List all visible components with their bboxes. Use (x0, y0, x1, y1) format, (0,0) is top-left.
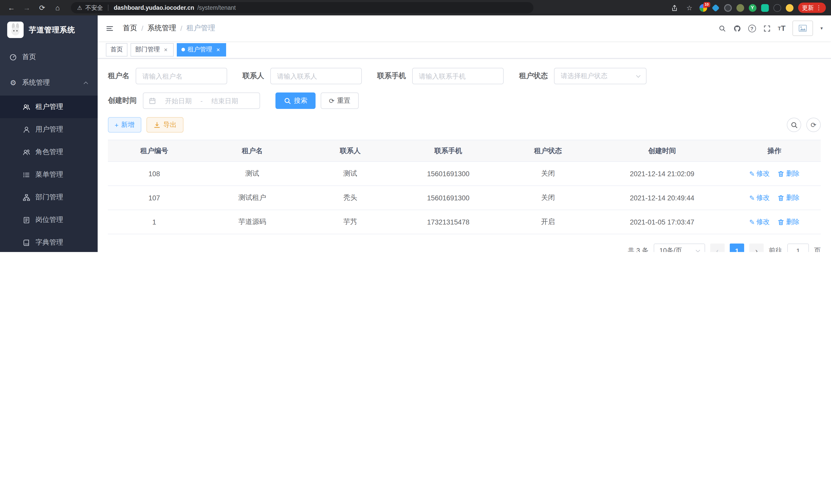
next-page-button[interactable]: › (749, 243, 764, 252)
search-icon[interactable] (718, 24, 726, 32)
dept-tree-icon (23, 194, 30, 201)
sidebar-item-home[interactable]: 首页 (0, 44, 98, 70)
trash-icon (777, 194, 784, 202)
browser-forward-button[interactable]: → (21, 2, 33, 14)
close-icon[interactable]: × (215, 46, 222, 53)
reset-button[interactable]: ⟳ 重置 (321, 92, 359, 109)
current-page[interactable]: 1 (730, 243, 744, 252)
extension-pin-icon[interactable] (773, 4, 781, 11)
sidebar-item-role[interactable]: 角色管理 (0, 141, 98, 164)
date-end-input[interactable] (206, 96, 244, 105)
status-select[interactable]: 请选择租户状态 (554, 68, 647, 84)
sidebar-fold-button[interactable] (106, 24, 118, 32)
tab-dept[interactable]: 部门管理 × (131, 43, 174, 56)
help-icon[interactable]: ? (748, 24, 756, 32)
system-submenu: 租户管理 用户管理 角色管理 菜单管理 (0, 95, 98, 252)
export-button-label: 导出 (163, 120, 176, 129)
table-row: 1 芋道源码 芋艿 17321315478 开启 2021-01-05 17:0… (108, 210, 821, 234)
contact-label: 联系人 (242, 71, 264, 81)
delete-button[interactable]: 删除 (777, 169, 799, 178)
sidebar-item-system[interactable]: ⚙ 系统管理 (0, 70, 98, 95)
date-start-input[interactable] (159, 96, 197, 105)
search-icon (284, 97, 291, 105)
sidebar-item-dept[interactable]: 部门管理 (0, 186, 98, 209)
export-button[interactable]: 导出 (146, 117, 183, 132)
avatar[interactable] (793, 21, 813, 36)
url-path: /system/tenant (197, 5, 236, 11)
sidebar-item-post[interactable]: 岗位管理 (0, 209, 98, 231)
tab-tenant[interactable]: 租户管理 × (177, 43, 226, 56)
edit-button[interactable]: ✎ 修改 (749, 169, 770, 178)
chevron-up-icon (84, 82, 88, 86)
cell-tenant-name: 芋道源码 (201, 217, 304, 227)
extension-diamond-icon[interactable] (711, 4, 719, 11)
edit-pencil-icon: ✎ (749, 194, 755, 202)
avatar-caret-icon[interactable]: ▾ (821, 26, 823, 31)
app-logo[interactable]: 芋道管理系统 (0, 16, 98, 44)
search-button[interactable]: 搜索 (276, 92, 316, 109)
date-range-picker[interactable]: - (143, 92, 260, 109)
pagination-total: 共 3 条 (628, 246, 649, 252)
cell-contact: 芋艿 (304, 217, 397, 227)
add-button-label: 新增 (121, 120, 134, 129)
cell-operations: ✎ 修改 删除 (728, 217, 821, 227)
page-size-select[interactable]: 10条/页 (654, 243, 705, 252)
edit-label: 修改 (756, 169, 770, 178)
prev-page-button[interactable]: ‹ (710, 243, 725, 252)
tenant-name-input[interactable] (136, 68, 227, 84)
app-shell: 芋道管理系统 首页 ⚙ 系统管理 租户管理 (0, 16, 831, 252)
sidebar-item-tenant[interactable]: 租户管理 (0, 95, 98, 118)
breadcrumb-system[interactable]: 系统管理 (147, 24, 176, 33)
breadcrumb-home[interactable]: 首页 (123, 24, 137, 33)
delete-button[interactable]: 删除 (777, 193, 799, 202)
extension-dark-icon[interactable] (724, 4, 732, 11)
goto-page-input[interactable] (787, 243, 809, 252)
sidebar-item-label: 菜单管理 (35, 170, 88, 179)
sidebar-item-menu[interactable]: 菜单管理 (0, 164, 98, 186)
contact-input[interactable] (270, 68, 362, 84)
font-size-icon[interactable]: TT (778, 24, 785, 32)
bookmark-star-icon[interactable]: ☆ (684, 3, 694, 13)
browser-back-button[interactable]: ← (5, 2, 18, 14)
edit-button[interactable]: ✎ 修改 (749, 217, 770, 227)
toggle-search-button[interactable] (787, 118, 801, 132)
refresh-table-button[interactable]: ⟳ (806, 118, 821, 132)
sidebar-item-user[interactable]: 用户管理 (0, 118, 98, 141)
url-host: dashboard.yudao.iocoder.cn (114, 5, 194, 11)
sidebar-item-label: 岗位管理 (35, 215, 88, 225)
breadcrumb-current: 租户管理 (187, 24, 215, 33)
search-button-label: 搜索 (294, 96, 307, 105)
column-header: 租户名 (201, 146, 304, 155)
extension-slots-icon[interactable]: 10 (699, 4, 707, 11)
browser-reload-button[interactable]: ⟳ (36, 2, 48, 14)
edit-pencil-icon: ✎ (749, 218, 755, 226)
column-header: 租户状态 (500, 146, 596, 155)
add-button[interactable]: + 新增 (108, 117, 141, 132)
fullscreen-icon[interactable] (763, 24, 771, 32)
extension-teal-icon[interactable] (761, 4, 769, 11)
mobile-input[interactable] (412, 68, 504, 84)
filter-contact: 联系人 (242, 68, 362, 84)
delete-label: 删除 (786, 169, 799, 178)
sidebar-item-label: 角色管理 (35, 147, 88, 157)
delete-button[interactable]: 删除 (777, 217, 799, 227)
address-bar[interactable]: ⚠ 不安全 dashboard.yudao.iocoder.cn/system/… (71, 2, 534, 13)
extension-olive-icon[interactable] (736, 4, 744, 11)
close-icon[interactable]: × (163, 46, 169, 53)
breadcrumb-separator: / (141, 24, 143, 32)
browser-home-button[interactable]: ⌂ (51, 2, 64, 14)
reset-button-label: 重置 (337, 96, 350, 105)
font-size-large: T (781, 24, 785, 32)
tab-home[interactable]: 首页 (106, 43, 127, 56)
sidebar-item-dict[interactable]: 字典管理 (0, 231, 98, 252)
browser-update-button[interactable]: 更新 ⋮ (798, 3, 826, 13)
extension-y-icon[interactable]: Y (748, 4, 756, 11)
share-icon[interactable] (669, 3, 680, 13)
github-icon[interactable] (733, 24, 741, 32)
extension-emoji-icon[interactable] (785, 4, 793, 11)
tenant-name-label: 租户名 (108, 71, 130, 81)
table-row: 108 测试 测试 15601691300 关闭 2021-12-14 21:0… (108, 162, 821, 186)
edit-label: 修改 (756, 193, 770, 202)
dashboard-icon (9, 53, 17, 61)
edit-button[interactable]: ✎ 修改 (749, 193, 770, 202)
